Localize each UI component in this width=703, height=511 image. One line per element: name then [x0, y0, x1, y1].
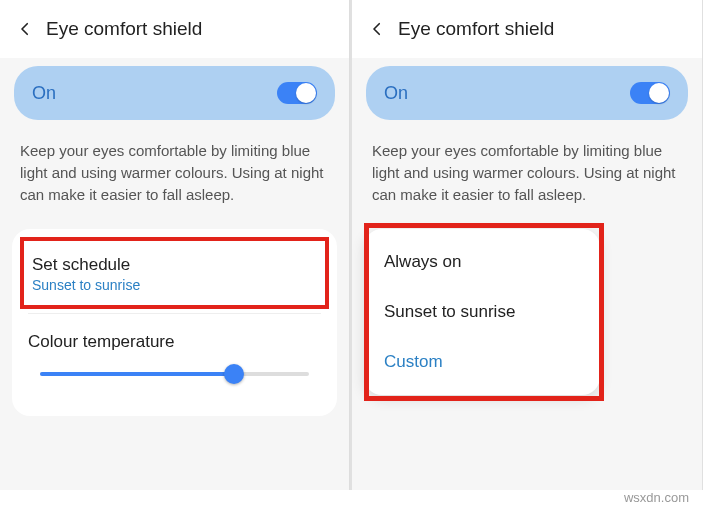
- settings-panel-left: Eye comfort shield On Keep your eyes com…: [0, 0, 350, 490]
- description-text: Keep your eyes comfortable by limiting b…: [0, 120, 349, 229]
- option-custom[interactable]: Custom: [364, 337, 600, 387]
- toggle-label: On: [384, 83, 408, 104]
- watermark: wsxdn.com: [624, 490, 689, 505]
- master-toggle-card[interactable]: On: [366, 66, 688, 120]
- slider-fill: [40, 372, 234, 376]
- description-text: Keep your eyes comfortable by limiting b…: [352, 120, 702, 229]
- page-title: Eye comfort shield: [398, 18, 554, 40]
- colour-temperature-slider[interactable]: [40, 362, 309, 386]
- toggle-switch-icon[interactable]: [277, 82, 317, 104]
- divider: [28, 313, 321, 314]
- header: Eye comfort shield: [352, 0, 702, 58]
- option-always-on[interactable]: Always on: [364, 237, 600, 287]
- back-icon[interactable]: [14, 18, 36, 40]
- set-schedule-row[interactable]: Set schedule Sunset to sunrise: [20, 237, 329, 309]
- settings-panel-right: Eye comfort shield On Keep your eyes com…: [352, 0, 702, 490]
- page-title: Eye comfort shield: [46, 18, 202, 40]
- back-icon[interactable]: [366, 18, 388, 40]
- colour-temperature-label: Colour temperature: [28, 332, 321, 352]
- header: Eye comfort shield: [0, 0, 349, 58]
- toggle-label: On: [32, 83, 56, 104]
- master-toggle-card[interactable]: On: [14, 66, 335, 120]
- schedule-popup: Always on Sunset to sunrise Custom: [364, 229, 600, 395]
- toggle-switch-icon[interactable]: [630, 82, 670, 104]
- schedule-popup-wrap: Always on Sunset to sunrise Custom: [364, 229, 690, 395]
- colour-temperature-row: Colour temperature: [20, 318, 329, 408]
- set-schedule-value: Sunset to sunrise: [32, 277, 317, 293]
- slider-thumb-icon[interactable]: [224, 364, 244, 384]
- set-schedule-label: Set schedule: [32, 255, 317, 275]
- option-sunset-to-sunrise[interactable]: Sunset to sunrise: [364, 287, 600, 337]
- settings-card: Set schedule Sunset to sunrise Colour te…: [12, 229, 337, 416]
